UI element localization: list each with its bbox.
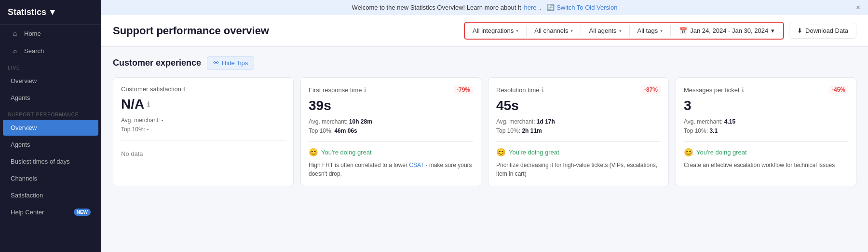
card-header: First response time ℹ -79% [309, 85, 473, 94]
no-data-label: No data [121, 146, 285, 161]
banner-link[interactable]: here [524, 4, 537, 11]
smile-icon: 😊 [496, 148, 506, 157]
agents-filter[interactable]: All agents ▾ [584, 25, 626, 37]
info-icon[interactable]: ℹ [183, 86, 186, 93]
sidebar-item-channels[interactable]: Channels [3, 170, 98, 186]
sidebar-title: Statistics [8, 7, 46, 17]
sidebar-item-overview[interactable]: Overview [3, 120, 98, 136]
sidebar-item-overview-live[interactable]: Overview [3, 73, 98, 89]
download-button[interactable]: ⬇ Download Data [789, 23, 856, 39]
card-value: 45s [496, 98, 661, 113]
card-badge: -79% [454, 85, 473, 94]
csat-link[interactable]: CSAT [409, 162, 424, 168]
sidebar: Statistics ▾ ⌂ Home ⌕ Search LIVE Overvi… [0, 0, 101, 252]
card-meta: Avg. merchant: - Top 10%: - [121, 116, 285, 134]
sidebar-item-agents[interactable]: Agents [3, 137, 98, 153]
sidebar-item-home[interactable]: ⌂ Home [3, 25, 98, 42]
sidebar-item-busiest-times[interactable]: Busiest times of days [3, 154, 98, 169]
sidebar-item-label: Busiest times of days [11, 158, 70, 165]
sidebar-item-label: Home [24, 30, 41, 37]
divider [670, 25, 671, 37]
smile-icon: 😊 [309, 148, 318, 157]
live-section-label: LIVE [0, 59, 101, 72]
channels-filter[interactable]: All channels ▾ [529, 25, 578, 37]
card-tip: Prioritize decreasing it for high-value … [496, 161, 661, 178]
card-header: Resolution time ℹ -87% [496, 85, 661, 94]
sidebar-item-agents-live[interactable]: Agents [3, 90, 98, 106]
info-icon[interactable]: ℹ [147, 100, 149, 108]
sidebar-header: Statistics ▾ [0, 0, 101, 25]
sidebar-chevron-icon[interactable]: ▾ [50, 7, 54, 17]
sidebar-item-label: Overview [11, 77, 37, 84]
info-icon[interactable]: ℹ [542, 86, 544, 93]
card-value: N/A ℹ [121, 97, 285, 112]
smile-icon: 😊 [684, 148, 693, 157]
sidebar-item-label: Channels [11, 175, 37, 182]
sidebar-item-satisfaction[interactable]: Satisfaction [3, 187, 98, 203]
doing-great-indicator: 😊 You're doing great [684, 148, 848, 157]
chevron-down-icon: ▾ [570, 28, 573, 33]
divider [629, 25, 630, 37]
integrations-filter[interactable]: All integrations ▾ [468, 25, 523, 37]
metrics-cards-grid: Customer satisfaction ℹ N/A ℹ Avg. merch… [113, 77, 856, 186]
refresh-icon: 🔄 [547, 4, 555, 11]
card-badge: -87% [641, 85, 661, 94]
date-range-picker[interactable]: 📅 Jan 24, 2024 - Jan 30, 2024 ▾ [674, 25, 780, 37]
section-header: Customer experience 👁 Hide Tips [113, 56, 856, 70]
main-content: Welcome to the new Statistics Overview! … [101, 0, 868, 252]
sidebar-item-label: Overview [11, 124, 37, 131]
close-banner-button[interactable]: × [856, 3, 860, 12]
card-divider [309, 141, 473, 142]
page-title: Support performance overview [113, 25, 269, 37]
card-meta: Avg. merchant: 4.15 Top 10%: 3.1 [684, 117, 848, 136]
divider [526, 25, 527, 37]
card-meta: Avg. merchant: 1d 17h Top 10%: 2h 11m [496, 117, 661, 136]
hide-tips-button[interactable]: 👁 Hide Tips [207, 56, 254, 70]
sidebar-item-label: Satisfaction [11, 192, 43, 199]
card-title: First response time ℹ [309, 86, 366, 94]
home-icon: ⌂ [11, 29, 19, 37]
support-section-label: SUPPORT PERFORMANCE [0, 106, 101, 119]
card-badge: -45% [829, 85, 848, 94]
chevron-down-icon: ▾ [660, 28, 663, 33]
resolution-time-card: Resolution time ℹ -87% 45s Avg. merchant… [488, 77, 669, 186]
tags-filter[interactable]: All tags ▾ [633, 25, 668, 37]
doing-great-indicator: 😊 You're doing great [309, 148, 473, 157]
card-title: Resolution time ℹ [496, 86, 544, 94]
card-divider [496, 141, 661, 142]
sidebar-item-label: Agents [11, 94, 30, 101]
card-value: 3 [684, 98, 848, 113]
first-response-time-card: First response time ℹ -79% 39s Avg. merc… [300, 77, 481, 186]
sidebar-item-search[interactable]: ⌕ Search [3, 42, 98, 59]
switch-version-button[interactable]: 🔄 Switch To Old Version [547, 4, 617, 11]
chevron-down-icon: ▾ [619, 28, 622, 33]
filter-group: All integrations ▾ All channels ▾ All ag… [464, 22, 784, 40]
sidebar-item-label: Agents [11, 141, 30, 148]
card-title: Messages per ticket ℹ [684, 86, 744, 94]
divider [581, 25, 581, 37]
section-title: Customer experience [113, 58, 201, 68]
sidebar-item-label: Search [24, 47, 44, 55]
card-header: Customer satisfaction ℹ [121, 85, 285, 93]
info-icon[interactable]: ℹ [364, 86, 366, 93]
card-tip: Create an effective escalation workflow … [684, 161, 848, 169]
content-area: Customer experience 👁 Hide Tips Customer… [101, 47, 868, 252]
card-header: Messages per ticket ℹ -45% [684, 85, 848, 94]
chevron-down-icon: ▾ [516, 28, 518, 33]
card-meta: Avg. merchant: 10h 28m Top 10%: 46m 06s [309, 117, 473, 136]
customer-satisfaction-card: Customer satisfaction ℹ N/A ℹ Avg. merch… [113, 77, 294, 186]
sidebar-item-label: Help Center [11, 209, 44, 216]
eye-icon: 👁 [213, 59, 219, 67]
card-divider [121, 140, 285, 140]
info-icon[interactable]: ℹ [742, 86, 744, 93]
sidebar-item-help-center[interactable]: Help Center NEW [3, 204, 98, 220]
card-divider [684, 141, 848, 142]
card-tip: High FRT is often correlated to a lower … [309, 161, 473, 178]
calendar-icon: 📅 [679, 27, 687, 34]
download-icon: ⬇ [797, 27, 802, 34]
top-banner: Welcome to the new Statistics Overview! … [101, 0, 868, 15]
page-header: Support performance overview All integra… [101, 15, 868, 47]
search-icon: ⌕ [11, 47, 19, 55]
banner-text: Welcome to the new Statistics Overview! … [352, 4, 521, 11]
chevron-down-icon: ▾ [771, 27, 774, 34]
